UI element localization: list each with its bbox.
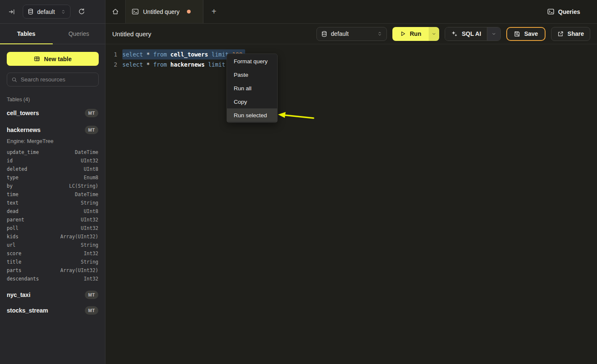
database-icon (27, 8, 34, 15)
sidebar-tab-queries[interactable]: Queries (53, 24, 105, 44)
unsaved-changes-dot (187, 10, 191, 13)
save-icon (514, 31, 520, 37)
sql-token: * (146, 61, 153, 68)
column-type: UInt32 (81, 225, 98, 231)
chevron-down-icon (432, 32, 436, 36)
table-row-stocks-stream[interactable]: stocks_stream MT (7, 305, 98, 315)
engine-badge: MT (85, 306, 98, 315)
column-row: update_timeDateTime (7, 148, 98, 156)
engine-badge: MT (85, 126, 98, 134)
run-button[interactable]: Run (392, 27, 429, 41)
column-type: DateTime (75, 191, 98, 197)
column-name: deleted (7, 166, 27, 172)
home-tab[interactable] (105, 0, 126, 23)
column-type: LC(String) (69, 183, 98, 189)
code: select * from hackernews limit (122, 59, 229, 70)
database-icon (321, 31, 327, 37)
queries-button[interactable]: Queries (547, 8, 580, 15)
column-type: Enum8 (84, 175, 98, 181)
editor-line-1[interactable]: 1 select * from cell_towers limit 100 (105, 49, 597, 59)
sql-ai-label: SQL AI (462, 30, 481, 37)
column-type: Array(UInt32) (60, 267, 98, 273)
column-type: UInt8 (84, 166, 98, 172)
table-name: cell_towers (7, 110, 39, 116)
terminal-icon (132, 8, 139, 15)
column-row: titleString (7, 258, 98, 266)
queries-button-label: Queries (558, 8, 580, 15)
sql-token: select (122, 51, 146, 58)
column-type: Array(UInt32) (60, 234, 98, 240)
column-row: typeEnum8 (7, 173, 98, 182)
run-button-group: Run (392, 27, 439, 41)
sql-token: from (153, 61, 170, 68)
editor-line-2[interactable]: 2 select * from hackernews limit (105, 59, 597, 70)
menu-item-format-query[interactable]: Format query (227, 54, 277, 68)
column-row: scoreInt32 (7, 249, 98, 258)
new-table-label: New table (44, 56, 71, 62)
column-name: text (7, 200, 19, 206)
sidebar-body: New table (0, 44, 105, 86)
sql-token: cell_towers (170, 51, 212, 58)
column-row: parentUInt32 (7, 216, 98, 224)
search-input[interactable] (21, 76, 88, 83)
collapse-sidebar-button[interactable] (6, 6, 18, 18)
column-type: String (81, 200, 98, 206)
search-box[interactable] (7, 73, 99, 86)
sql-token: * (146, 51, 153, 58)
menu-item-run-selected[interactable]: Run selected (227, 108, 277, 122)
column-row: byLC(String) (7, 182, 98, 190)
search-icon (11, 77, 17, 83)
share-button[interactable]: Share (551, 27, 590, 41)
toolbar-database-selector[interactable]: default (316, 27, 387, 41)
column-name: dead (7, 208, 19, 214)
menu-item-paste[interactable]: Paste (227, 68, 277, 81)
queries-terminal-icon (547, 8, 554, 15)
engine-badge: MT (85, 291, 98, 299)
column-type: DateTime (75, 149, 98, 155)
sql-token: hackernews (170, 61, 208, 68)
column-name: poll (7, 225, 19, 231)
refresh-icon (78, 8, 85, 15)
column-type: Int32 (84, 251, 98, 256)
column-row: kidsArray(UInt32) (7, 232, 98, 241)
share-button-label: Share (567, 30, 584, 37)
table-name: stocks_stream (7, 307, 48, 314)
annotation-arrow (276, 109, 315, 121)
new-table-button[interactable]: New table (7, 52, 99, 66)
menu-item-copy[interactable]: Copy (227, 95, 277, 108)
column-row: timeDateTime (7, 190, 98, 199)
run-button-label: Run (410, 30, 421, 37)
run-options-button[interactable] (429, 27, 439, 41)
home-icon (112, 8, 119, 15)
collapse-sidebar-icon (8, 8, 15, 15)
tables-section-label: Tables (4) (7, 97, 105, 102)
new-tab-button[interactable]: + (203, 0, 224, 23)
save-button[interactable]: Save (506, 27, 546, 41)
sidebar-tab-tables[interactable]: Tables (0, 24, 53, 44)
column-type: String (81, 242, 98, 248)
line-number: 2 (105, 59, 117, 70)
column-type: Int32 (84, 276, 98, 282)
sql-token: limit (208, 61, 229, 68)
column-name: type (7, 175, 19, 181)
sidebar-tabs: Tables Queries (0, 24, 105, 44)
query-title: Untitled query (112, 30, 151, 38)
play-icon (400, 31, 406, 37)
table-row-cell-towers[interactable]: cell_towers MT (7, 108, 98, 118)
refresh-button[interactable] (76, 6, 87, 18)
sql-editor[interactable]: 1 select * from cell_towers limit 100 2 … (105, 45, 597, 364)
app-window: default Untitled query + (0, 0, 597, 364)
column-name: title (7, 259, 22, 265)
topbar-database-selector[interactable]: default (23, 5, 70, 19)
tab-label: Untitled query (143, 8, 179, 15)
tab-untitled-query[interactable]: Untitled query (126, 0, 203, 23)
table-name: hackernews (7, 127, 41, 133)
menu-item-run-all[interactable]: Run all (227, 81, 277, 95)
column-row: deadUInt8 (7, 207, 98, 216)
save-button-label: Save (524, 30, 538, 37)
table-row-hackernews[interactable]: hackernews MT (7, 125, 98, 135)
column-row: urlString (7, 241, 98, 249)
sql-ai-options-button[interactable] (487, 27, 500, 40)
sql-ai-button[interactable]: SQL AI (445, 27, 487, 40)
table-row-nyc-taxi[interactable]: nyc_taxi MT (7, 290, 98, 300)
